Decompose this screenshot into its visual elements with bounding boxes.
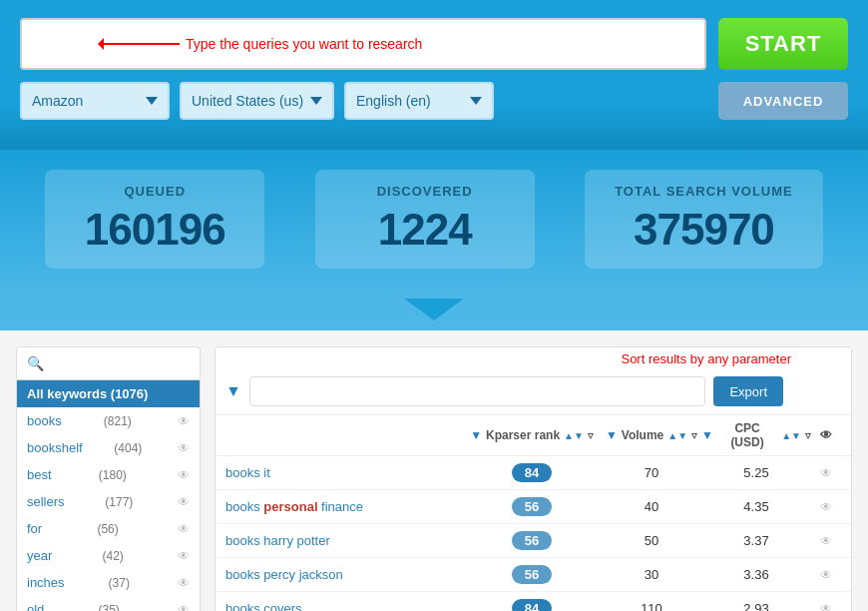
discovered-stat: DISCOVERED 1224 [315,170,535,269]
queued-stat: QUEUED 160196 [45,170,264,269]
rank-badge: 56 [512,531,552,550]
sidebar-item-books-count: (821) [104,414,132,428]
sidebar-item-old-count: (35) [99,603,120,612]
sidebar-search-input[interactable] [50,356,190,371]
kparser-cell: 84 [462,599,602,611]
arrow-line-icon [100,43,180,45]
annotation-text: Type the queries you want to research [186,36,422,52]
sidebar-item-all[interactable]: All keywords (1076) [17,380,200,407]
sidebar-item-best-label: best [27,467,52,482]
country-dropdown[interactable]: United States (us) [180,82,334,120]
language-dropdown[interactable]: English (en) [344,82,494,120]
sidebar-item-sellers-label: sellers [27,494,65,509]
rank-badge: 56 [512,497,552,516]
table-row: books personal finance 56 40 4.35 👁 [216,490,851,524]
sidebar-item-books[interactable]: books (821) 👁 [17,407,200,434]
col-kparser-header[interactable]: ▼ Kparser rank ▲▼ ▿ [462,428,602,442]
results-panel: Sort results by any parameter ▼ Export ▼… [215,346,852,611]
sidebar-item-year[interactable]: year (42) 👁 [17,542,200,569]
kparser-cell: 56 [462,565,602,584]
eye-icon-2: 👁 [178,441,190,455]
discovered-value: 1224 [345,205,505,255]
kparser-cell: 56 [462,497,602,516]
sidebar-item-for-label: for [27,521,42,536]
sidebar-item-year-label: year [27,548,52,563]
queued-label: QUEUED [75,184,234,199]
cpc-cell: 3.36 [701,567,811,582]
sidebar-item-bookshelf-label: bookshelf [27,440,83,455]
kparser-cell: 56 [462,531,602,550]
col-cpc-label: CPC (USD) [717,421,777,449]
cpc-cell: 5.25 [701,465,811,480]
sidebar-item-old[interactable]: old (35) 👁 [17,596,200,611]
header-section: books Type the queries you want to resea… [0,0,868,150]
eye-cell: 👁 [811,534,841,548]
col-cpc-header[interactable]: ▼ CPC (USD) ▲▼ ▿ [701,421,811,449]
top-row: books Type the queries you want to resea… [20,18,848,70]
sidebar-item-bookshelf[interactable]: bookshelf (404) 👁 [17,434,200,461]
stats-section: QUEUED 160196 DISCOVERED 1224 TOTAL SEAR… [0,150,868,299]
sidebar-item-old-label: old [27,602,44,611]
sidebar-item-inches[interactable]: inches (37) 👁 [17,569,200,596]
sidebar-item-best[interactable]: best (180) 👁 [17,461,200,488]
keyword-cell: books harry potter [225,533,462,548]
queued-value: 160196 [75,205,234,255]
highlighted-word: personal [263,499,317,514]
sort-annotation: Sort results by any parameter [216,347,851,368]
sort-icon-cpc: ▼ [701,428,713,442]
col-volume-label: Volume [622,428,663,442]
platform-dropdown[interactable]: Amazon [20,82,170,120]
filter-icon-volume: ▿ [691,429,697,442]
table-row: books percy jackson 56 30 3.36 👁 [216,558,851,592]
sidebar-item-all-label: All keywords (1076) [27,386,148,401]
main-content: 🔍 All keywords (1076) books (821) 👁 book… [0,330,868,611]
results-search-input[interactable] [249,376,706,406]
eye-icon-5: 👁 [178,522,190,536]
dropdowns-row: Amazon United States (us) English (en) A… [20,82,848,120]
keyword-cell: books covers [225,601,462,611]
cpc-cell: 2.93 [701,601,811,611]
rank-badge: 84 [512,463,552,482]
eye-icon-4: 👁 [178,495,190,509]
sidebar: 🔍 All keywords (1076) books (821) 👁 book… [16,346,201,611]
keyword-cell: books percy jackson [225,567,462,582]
export-button[interactable]: Export [713,376,783,406]
filter-icon[interactable]: ▼ [225,382,241,400]
sort-icon-volume: ▼ [606,428,618,442]
eye-icon: 👁 [178,414,190,428]
triangle-pointer-icon [404,299,464,320]
total-stat: TOTAL SEARCH VOLUME 375970 [585,170,823,269]
discovered-label: DISCOVERED [345,184,505,199]
eye-cell: 👁 [811,602,841,612]
col-eye-header: 👁 [811,428,841,442]
kparser-cell: 84 [462,463,602,482]
sidebar-item-for[interactable]: for (56) 👁 [17,515,200,542]
sidebar-item-best-count: (180) [99,468,127,482]
eye-icon-7: 👁 [178,576,190,590]
results-toolbar: ▼ Export [216,368,851,415]
keyword-cell: books personal finance [225,499,462,514]
sidebar-item-sellers[interactable]: sellers (177) 👁 [17,488,200,515]
volume-cell: 50 [602,533,701,548]
total-label: TOTAL SEARCH VOLUME [615,184,793,199]
eye-icon-8: 👁 [178,603,190,612]
sidebar-search-icon: 🔍 [27,355,44,371]
sidebar-item-books-label: books [27,413,62,428]
start-button[interactable]: START [718,18,848,70]
eye-cell: 👁 [811,500,841,514]
cpc-cell: 4.35 [701,499,811,514]
table-row: books it 84 70 5.25 👁 [216,456,851,490]
rank-badge: 84 [512,599,552,611]
sort-icon-kparser: ▼ [470,428,482,442]
sort-arrows-volume: ▲▼ [667,430,687,441]
advanced-button[interactable]: ADVANCED [718,82,848,120]
col-kparser-label: Kparser rank [486,428,560,442]
volume-cell: 110 [602,601,701,611]
eye-icon-3: 👁 [178,468,190,482]
keyword-cell: books it [225,465,462,480]
col-volume-header[interactable]: ▼ Volume ▲▼ ▿ [602,428,701,442]
sidebar-item-inches-label: inches [27,575,65,590]
total-value: 375970 [615,205,793,255]
eye-icon-6: 👁 [178,549,190,563]
sidebar-item-inches-count: (37) [109,576,130,590]
